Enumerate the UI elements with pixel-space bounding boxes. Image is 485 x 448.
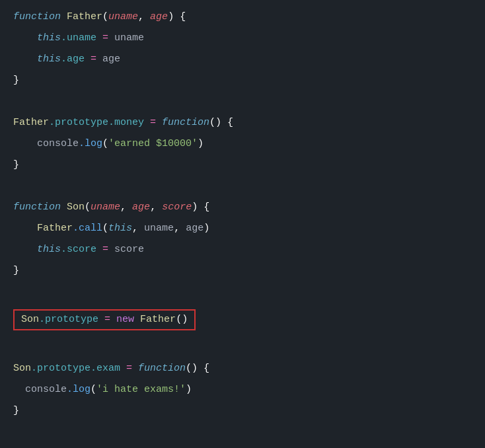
line-13: } [0,260,485,281]
line-12: this.score = score [0,239,485,260]
line-18: console.log('i hate exams!') [0,379,485,400]
line-21: var son = new Son('Dean', 28, 100) [0,443,485,448]
line-11: Father.call(this, uname, age) [0,218,485,239]
line-blank-1 [0,91,485,112]
line-10: function Son(uname, age, score) { [0,197,485,218]
line-2: this.uname = uname [0,28,485,49]
line-blank-4 [0,337,485,358]
line-blank-3 [0,281,485,303]
line-17: Son.prototype.exam = function() { [0,358,485,379]
line-3: this.age = age [0,49,485,70]
line-8: } [0,155,485,176]
line-blank-5 [0,422,485,443]
line-15: Son.prototype = new Father() [0,303,485,337]
line-7: console.log('earned $10000') [0,133,485,155]
line-1: function Father(uname, age) { [0,7,485,28]
line-blank-2 [0,176,485,197]
code-container: function Father(uname, age) { this.uname… [0,7,485,448]
line-4: } [0,70,485,91]
line-19: } [0,400,485,422]
line-6: Father.prototype.money = function() { [0,112,485,133]
